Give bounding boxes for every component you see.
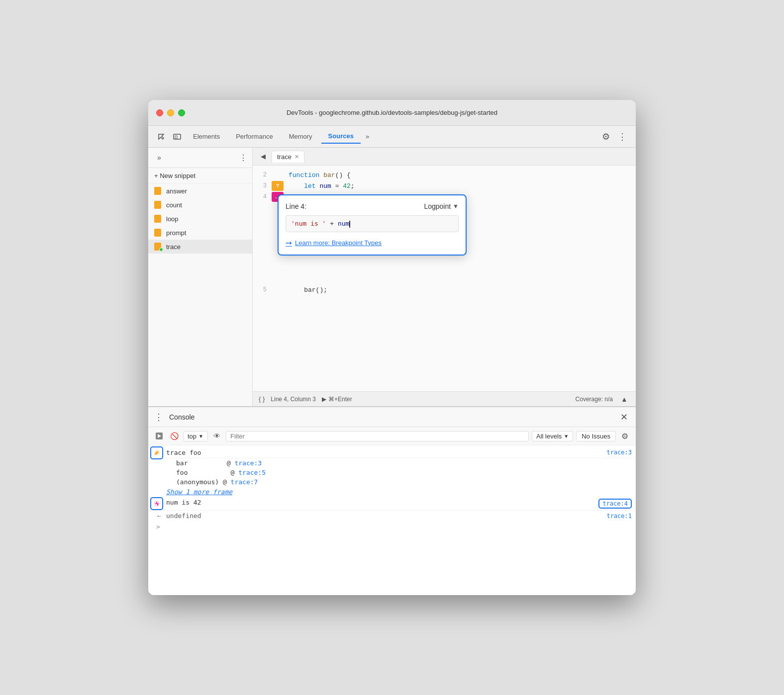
code-line-3: 3 ? let num = 42; [253,180,636,191]
coverage-label: Coverage: n/a [576,396,613,403]
line-num-2: 2 [253,172,271,178]
code-back-icon[interactable]: ◀ [258,151,269,162]
logpoint-type-select[interactable]: Logpoint ▼ [424,202,459,210]
format-braces-icon[interactable]: { } [259,395,265,403]
code-line-5: 5 bar(); [253,284,636,295]
console-close-button[interactable]: ✕ [618,411,630,423]
code-tabs: ◀ trace ✕ [253,148,636,166]
more-options-icon[interactable]: ⋮ [615,129,630,144]
line-num-5: 5 [253,286,271,293]
file-item-count[interactable]: count [148,198,252,212]
logpoint-badge-2 [150,497,163,510]
context-selector[interactable]: top ▼ [183,431,208,441]
code-content-5: bar(); [285,286,327,294]
line-num-4: 4 [253,193,271,200]
console-title: Console [169,413,195,421]
run-button[interactable]: ▶ ⌘+Enter [322,396,352,403]
tab-more-chevron[interactable]: » [363,131,372,142]
console-row-trace-foo: trace foo trace:3 [148,447,636,458]
coverage-icon[interactable]: ▲ [619,394,630,405]
trace-foo-source[interactable]: trace:3 [596,449,632,456]
cursor-position: Line 4, Column 3 [271,396,316,403]
breakpoint-area-3: ? [271,181,285,191]
sidebar: » ⋮ + New snippet answer count loop [148,148,253,406]
breakpoint-badge-3: ? [272,181,284,191]
eye-icon[interactable]: 👁 [211,430,223,442]
show-more-frames-link[interactable]: Show 1 more frame [148,487,636,497]
console-prompt-row[interactable]: > [148,521,636,532]
logpoint-expression: 'num is ' + num [291,220,453,228]
code-content-3: let num = 42; [285,182,355,190]
file-item-answer[interactable]: answer [148,184,252,198]
active-dot-icon [159,248,163,252]
filter-input[interactable] [226,431,529,441]
logpoint-header: Line 4: Logpoint ▼ [286,202,459,210]
maximize-button[interactable] [178,109,185,116]
inspect-icon[interactable] [154,130,168,144]
close-button[interactable] [156,109,163,116]
undefined-source[interactable]: trace:1 [606,513,632,520]
context-chevron-icon: ▼ [198,434,203,439]
logpoint-chevron-icon: ▼ [453,203,459,210]
settings-gear-icon[interactable]: ⚙ [599,129,613,144]
trace-detail-foo: foo @ trace:5 [148,468,636,477]
code-editor[interactable]: 2 function bar() { 3 ? let num [253,166,636,391]
tab-memory[interactable]: Memory [282,130,319,143]
undefined-text: undefined [166,512,201,520]
main-area: » ⋮ + New snippet answer count loop [148,148,636,406]
sidebar-header: » ⋮ [148,148,252,168]
file-item-trace[interactable]: trace [148,240,252,254]
status-bar: { } Line 4, Column 3 ▶ ⌘+Enter Coverage:… [253,391,636,406]
tab-elements[interactable]: Elements [186,130,227,143]
console-row-num: num is 42 trace:4 [148,497,636,511]
console-execute-icon[interactable] [153,430,165,442]
arrow-circle-icon: ➙ [286,238,292,248]
trace-link-anon[interactable]: trace:7 [231,478,258,486]
console-output: trace foo trace:3 bar @ trace:3 foo @ tr… [148,445,636,595]
prompt-gt-icon: > [156,523,160,530]
learn-more-link[interactable]: ➙ Learn more: Breakpoint Types [286,238,459,248]
svg-rect-1 [175,136,177,139]
window-title: DevTools - googlechrome.github.io/devtoo… [287,109,497,116]
devtools-window: DevTools - googlechrome.github.io/devtoo… [148,100,636,595]
num-result-source[interactable]: trace:4 [598,499,632,509]
trace-detail-anon: (anonymous) @ trace:7 [148,477,636,487]
console-settings-icon[interactable]: ⚙ [619,430,631,442]
logpoint-line-label: Line 4: [286,202,306,210]
code-area: ◀ trace ✕ 2 function bar() { [253,148,636,406]
levels-chevron-icon: ▼ [564,434,569,439]
traffic-lights [156,109,185,116]
trace-foo-text: trace foo [166,449,596,456]
log-levels-selector[interactable]: All levels ▼ [532,431,573,441]
console-header: ⋮ Console ✕ [148,407,636,427]
file-item-prompt[interactable]: prompt [148,226,252,240]
sidebar-collapse-icon[interactable]: » [153,152,165,164]
console-drag-icon[interactable]: ⋮ [154,412,163,423]
num-result-text: num is 42 [166,499,598,506]
code-content-2: function bar() { [285,172,351,179]
tab-sources[interactable]: Sources [321,129,361,144]
cursor [349,221,350,228]
device-toggle-icon[interactable] [170,130,184,144]
new-snippet-button[interactable]: + New snippet [148,168,252,184]
logpoint-popup: Line 4: Logpoint ▼ 'num is ' + num ➙ L [278,194,467,256]
trace-detail-bar: bar @ trace:3 [148,458,636,468]
logpoint-input-area[interactable]: 'num is ' + num [286,215,459,232]
console-toolbar: 🚫 top ▼ 👁 All levels ▼ No Issues ⚙ [148,427,636,445]
trace-link-foo[interactable]: trace:5 [238,469,266,476]
minimize-button[interactable] [167,109,174,116]
console-area: ⋮ Console ✕ 🚫 top ▼ 👁 All levels ▼ No [148,406,636,595]
console-row-undefined: ← undefined trace:1 [148,511,636,521]
run-triangle-icon: ▶ [322,396,326,403]
tab-performance[interactable]: Performance [229,130,280,143]
close-tab-icon[interactable]: ✕ [294,154,299,160]
trace-link-bar[interactable]: trace:3 [234,459,262,467]
sidebar-more-icon[interactable]: ⋮ [239,153,247,163]
console-block-icon[interactable]: 🚫 [168,430,180,442]
code-tab-trace[interactable]: trace ✕ [272,151,304,163]
issues-counter[interactable]: No Issues [576,431,616,441]
code-line-2: 2 function bar() { [253,170,636,180]
line-num-3: 3 [253,182,271,189]
return-symbol: ← [157,512,161,520]
file-item-loop[interactable]: loop [148,212,252,226]
